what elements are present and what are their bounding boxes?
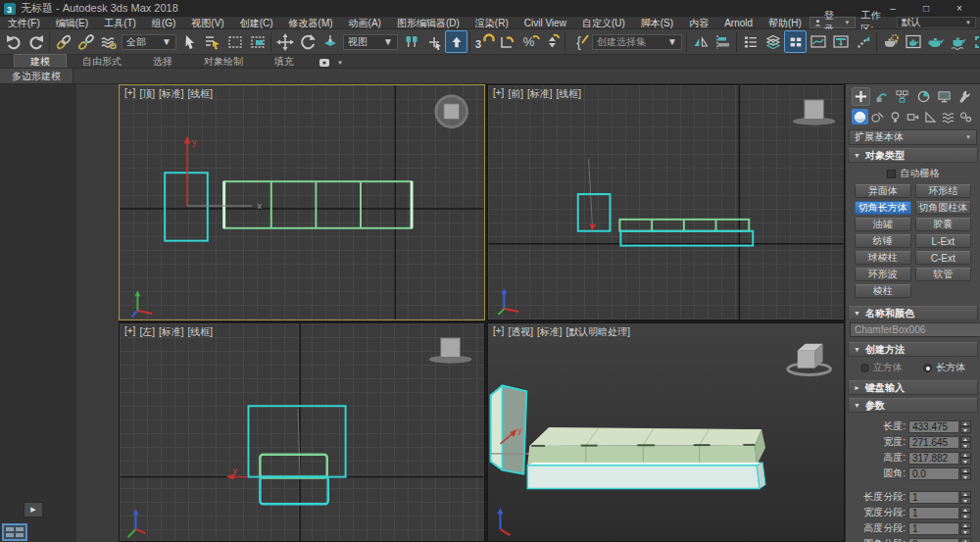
viewport-menu-standard[interactable]: [标准] (527, 87, 553, 101)
select-object-button[interactable] (178, 30, 201, 53)
viewport-top[interactable]: [+] [顶] [标准] [线框] (119, 84, 485, 320)
category-space-warps[interactable] (940, 109, 956, 124)
menu-item-scripting[interactable]: 脚本(S) (633, 17, 681, 29)
rollout-header-parameters[interactable]: ▼ 参数 (848, 398, 978, 413)
tab-hierarchy[interactable] (893, 87, 911, 106)
button-hose[interactable]: 软管 (915, 268, 972, 281)
width-spinner[interactable] (960, 436, 971, 449)
height-segs-spinner[interactable] (960, 522, 971, 535)
tab-motion[interactable] (914, 87, 933, 106)
viewport-left[interactable]: [+] [左] [标准] [线框] (119, 322, 485, 542)
button-capsule[interactable]: 胶囊 (915, 218, 972, 231)
render-production-button[interactable] (947, 30, 969, 53)
radio-cube[interactable]: 立方体 (860, 361, 903, 374)
length-segs-field[interactable]: 1 (908, 491, 959, 504)
primitive-category-dropdown[interactable]: 扩展基本体 ▼ (849, 129, 977, 145)
viewport-menu-pov[interactable]: [前] (508, 87, 523, 101)
rollout-header-object-type[interactable]: ▼ 对象类型 (848, 148, 978, 163)
percent-snap-toggle-button[interactable]: % (517, 30, 540, 53)
login-dropdown[interactable]: 登录 ▼ (809, 17, 856, 28)
toggle-layer-explorer-button[interactable] (761, 30, 784, 53)
fillet-field[interactable]: 0.0 (908, 468, 959, 480)
material-editor-button[interactable] (879, 30, 902, 53)
button-torus-knot[interactable]: 环形结 (915, 184, 972, 198)
button-c-ext[interactable]: C-Ext (915, 251, 972, 265)
menu-item-create[interactable]: 创建(C) (232, 17, 281, 29)
viewport-menu-general[interactable]: [+] (124, 87, 135, 101)
height-spinner[interactable] (960, 452, 971, 465)
viewport-menu-standard[interactable]: [标准] (537, 325, 563, 339)
menu-item-edit[interactable]: 编辑(E) (48, 17, 96, 29)
viewport-menu-general[interactable]: [+] (124, 325, 135, 339)
expand-panel-button[interactable]: ▶ (24, 502, 43, 517)
polygon-modeling-panel[interactable]: 多边形建模 (0, 69, 74, 83)
viewport-menu-pov[interactable]: [透视] (508, 325, 533, 339)
length-spinner[interactable] (960, 420, 971, 433)
category-lights[interactable] (887, 109, 904, 124)
keyboard-shortcut-override-toggle[interactable] (445, 30, 467, 53)
button-chamfercyl[interactable]: 切角圆柱体 (915, 201, 972, 215)
chamferbox-array-wireframe[interactable] (224, 181, 412, 228)
selected-long-box-shaded[interactable] (527, 463, 765, 489)
viewport-menu-shading[interactable]: [线框] (188, 325, 214, 339)
menu-item-arnold[interactable]: Arnold (716, 17, 760, 29)
select-and-rotate-button[interactable] (296, 30, 318, 53)
tab-create[interactable] (852, 87, 870, 106)
select-and-link-button[interactable] (52, 30, 74, 53)
viewport-perspective[interactable]: [+] [透视] [标准] [默认明暗处理] y x (487, 322, 845, 542)
height-field[interactable]: 317.882 (908, 452, 959, 465)
chamferbox-array-wireframe[interactable] (619, 220, 749, 231)
viewcube[interactable] (429, 338, 472, 364)
selection-filter-dropdown[interactable]: 全部▼ (122, 34, 176, 50)
viewcube[interactable] (436, 96, 467, 127)
window-crossing-toggle-button[interactable] (246, 30, 269, 53)
width-segs-field[interactable]: 1 (908, 507, 959, 519)
named-selection-set-dropdown[interactable]: 创建选择集▼ (592, 34, 682, 50)
tab-utilities[interactable] (956, 87, 974, 106)
select-and-manipulate-button[interactable] (422, 30, 445, 53)
ribbon-tab-object-paint[interactable]: 对象绘制 (188, 55, 259, 68)
viewcube[interactable] (788, 344, 831, 375)
button-oiltank[interactable]: 油罐 (855, 218, 911, 231)
viewport-menu-pov[interactable]: [左] (139, 325, 155, 339)
rendered-frame-window-button[interactable] (924, 30, 947, 53)
viewport-menu-pov[interactable]: [顶] (139, 87, 155, 101)
ribbon-tab-freeform[interactable]: 自由形式 (67, 55, 137, 68)
select-and-move-button[interactable] (273, 30, 296, 53)
ribbon-tab-populate[interactable]: 填充 (259, 55, 310, 68)
category-systems[interactable] (957, 109, 974, 124)
selected-box-wireframe[interactable] (578, 194, 611, 231)
button-chamferbox[interactable]: 切角长方体 (855, 201, 911, 215)
angle-snap-toggle-button[interactable] (495, 30, 517, 53)
button-spindle[interactable]: 纺锤 (855, 234, 911, 248)
mirror-button[interactable] (689, 30, 711, 53)
menu-item-tools[interactable]: 工具(T) (96, 17, 144, 29)
category-cameras[interactable] (905, 109, 921, 124)
toggle-ribbon-button[interactable] (784, 30, 807, 53)
menu-item-file[interactable]: 文件(F) (0, 17, 48, 29)
chamferbox-array-shaded[interactable] (527, 427, 765, 466)
selected-box-wireframe[interactable] (165, 172, 208, 240)
menu-item-help[interactable]: 帮助(H) (760, 17, 809, 29)
menu-item-rendering[interactable]: 渲染(R) (467, 17, 516, 29)
spinner-snap-toggle-button[interactable] (540, 30, 563, 53)
snaps-toggle-3d-button[interactable]: 3 (472, 30, 495, 53)
length-field[interactable]: 433.475 (908, 420, 959, 433)
transform-gizmo[interactable]: y (226, 466, 248, 480)
viewport-menu-general[interactable]: [+] (493, 325, 504, 339)
menu-item-animation[interactable]: 动画(A) (341, 17, 389, 29)
viewport-layout-tab-button[interactable] (2, 523, 27, 541)
selected-long-box-wireframe[interactable] (260, 477, 327, 505)
category-geometry[interactable] (852, 109, 868, 124)
viewport-menu-standard[interactable]: [标准] (159, 87, 184, 101)
fillet-segs-field[interactable]: 3 (908, 538, 959, 542)
rectangular-selection-region-button[interactable] (223, 30, 246, 53)
ribbon-config-button[interactable]: ▼ (319, 58, 343, 68)
unlink-selection-button[interactable] (74, 30, 97, 53)
undo-button[interactable] (2, 30, 24, 53)
selected-box-wireframe[interactable] (248, 406, 345, 476)
menu-item-customize[interactable]: 自定义(U) (574, 17, 633, 29)
curve-editor-button[interactable] (807, 30, 829, 53)
width-field[interactable]: 271.645 (908, 436, 959, 449)
menu-item-modifiers[interactable]: 修改器(M) (281, 17, 341, 29)
